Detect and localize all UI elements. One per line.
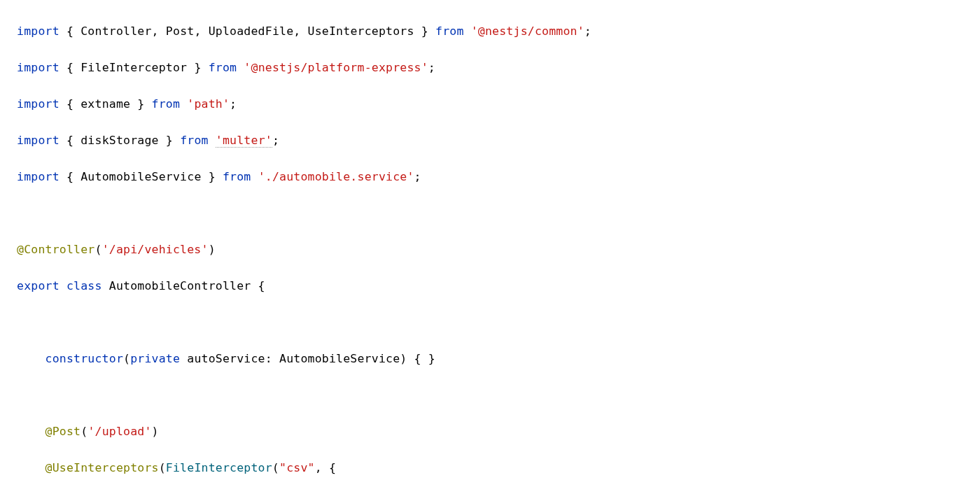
code-line: @Controller('/api/vehicles') (17, 241, 980, 259)
code-line (17, 313, 980, 332)
code-line (17, 204, 980, 223)
code-line: import { Controller, Post, UploadedFile,… (17, 22, 980, 41)
code-line: @Post('/upload') (17, 423, 980, 441)
code-line: import { FileInterceptor } from '@nestjs… (17, 59, 980, 77)
code-line: import { AutomobileService } from './aut… (17, 168, 980, 186)
code-line: @UseInterceptors(FileInterceptor("csv", … (17, 459, 980, 477)
keyword: import (17, 24, 59, 38)
code-line: constructor(private autoService: Automob… (17, 350, 980, 368)
code-line (17, 386, 980, 404)
code-line: import { extname } from 'path'; (17, 95, 980, 113)
code-block: import { Controller, Post, UploadedFile,… (0, 0, 980, 487)
code-line: import { diskStorage } from 'multer'; (17, 132, 980, 150)
code-line: export class AutomobileController { (17, 277, 980, 295)
